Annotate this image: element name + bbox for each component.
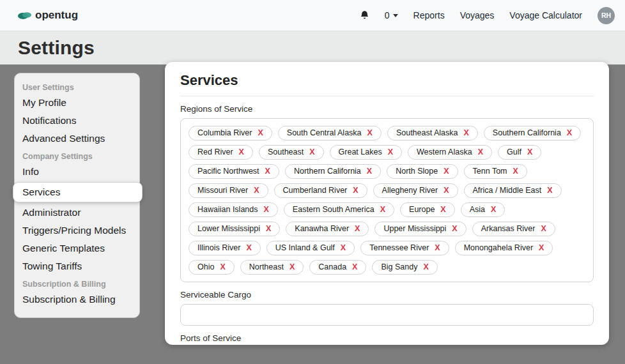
remove-region-icon[interactable]: X [355,224,360,234]
regions-of-service-box[interactable]: Columbia RiverX South Central AlaskaX So… [180,118,594,282]
nav-link-voyages[interactable]: Voyages [460,10,495,20]
nav-link-voyage-calculator[interactable]: Voyage Calculator [509,10,582,20]
sidebar-item-administrator[interactable]: Administrator [22,204,132,222]
remove-region-icon[interactable]: X [266,224,271,234]
region-chip: Tennessee RiverX [360,241,449,255]
sidebar-item-triggers-pricing-models[interactable]: Triggers/Pricing Models [22,222,132,239]
navbar-right: 0 Reports Voyages Voyage Calculator RH [360,7,615,24]
sidebar-item-notifications[interactable]: Notifications [22,112,132,130]
sidebar-item-advanced-settings[interactable]: Advanced Settings [22,130,132,148]
region-chip: Western AlaskaX [408,145,492,160]
region-chip: Cumberland RiverX [274,183,367,198]
page-title: Settings [18,37,95,59]
sidebar-item-services[interactable]: Services [13,183,142,202]
region-chip: Eastern South AmericaX [284,202,394,217]
region-chip-label: Allegheny River [382,186,438,195]
region-chip-label: Europe [409,205,435,215]
remove-region-icon[interactable]: X [309,148,314,157]
region-chip: Allegheny RiverX [373,183,458,198]
region-chip: GulfX [498,145,541,160]
notifications-count-dropdown[interactable]: 0 [385,10,398,20]
serviceable-cargo-label: Serviceable Cargo [180,290,594,300]
nav-link-reports[interactable]: Reports [413,10,445,20]
remove-region-icon[interactable]: X [547,186,552,195]
remove-region-icon[interactable]: X [423,262,428,272]
remove-region-icon[interactable]: X [452,224,457,234]
brand-leaf-icon [18,11,32,20]
region-chip-label: Big Sandy [381,262,417,272]
region-chip: Red RiverX [189,145,253,160]
remove-region-icon[interactable]: X [491,205,496,215]
region-chip-label: Kanawha River [295,224,349,234]
remove-region-icon[interactable]: X [246,243,251,253]
remove-region-icon[interactable]: X [367,167,372,176]
remove-region-icon[interactable]: X [527,148,532,157]
brand-logo[interactable]: opentug [18,9,78,22]
remove-region-icon[interactable]: X [220,262,225,272]
remove-region-icon[interactable]: X [265,167,270,176]
region-chip-label: Arkansas River [481,224,536,234]
remove-region-icon[interactable]: X [513,167,518,176]
region-chip-label: Columbia River [197,128,252,138]
remove-region-icon[interactable]: X [541,224,546,234]
region-chip-label: Monongahela River [464,243,533,253]
remove-region-icon[interactable]: X [367,128,373,138]
services-panel: Services Regions of Service Columbia Riv… [165,62,609,345]
remove-region-icon[interactable]: X [444,186,449,195]
remove-region-icon[interactable]: X [254,186,259,195]
notifications-bell-icon[interactable] [360,10,369,20]
remove-region-icon[interactable]: X [264,205,269,215]
region-chip: Hawaiian IslandsX [189,202,278,217]
sidebar-item-my-profile[interactable]: My Profile [22,94,132,112]
region-chip: Northern CaliforniaX [285,164,381,179]
region-chip-label: Southern California [493,128,561,138]
sidebar-item-towing-tariffs[interactable]: Towing Tariffs [22,257,132,275]
remove-region-icon[interactable]: X [258,128,263,138]
region-chip-label: Southeast [268,148,304,157]
sidebar-item-generic-templates[interactable]: Generic Templates [22,239,132,257]
region-chip-label: Gulf [507,148,521,157]
region-chip-label: US Inland & Gulf [275,243,335,253]
remove-region-icon[interactable]: X [464,128,469,138]
region-chip: Arkansas RiverX [472,222,555,236]
remove-region-icon[interactable]: X [444,167,449,176]
remove-region-icon[interactable]: X [341,243,346,253]
remove-region-icon[interactable]: X [478,148,483,157]
region-chip-label: North Slope [396,167,438,176]
remove-region-icon[interactable]: X [352,262,357,272]
remove-region-icon[interactable]: X [567,128,572,138]
region-chip-label: Northeast [249,262,284,272]
sidebar-item-subscription-billing[interactable]: Subscription & Billing [22,291,132,308]
remove-region-icon[interactable]: X [380,205,385,215]
remove-region-icon[interactable]: X [539,243,544,253]
region-chip: US Inland & GulfX [266,241,355,255]
region-chip: AsiaX [461,202,505,217]
remove-region-icon[interactable]: X [435,243,440,253]
remove-region-icon[interactable]: X [440,205,445,215]
caret-down-icon [393,14,398,17]
sidebar-item-info[interactable]: Info [22,163,132,181]
region-chip: Southeast AlaskaX [387,126,478,140]
region-chip-label: Illinois River [197,243,240,253]
avatar[interactable]: RH [598,7,615,24]
region-chip: Kanawha RiverX [286,222,369,236]
settings-sidebar: User Settings My Profile Notifications A… [14,73,140,318]
region-chip-label: Southeast Alaska [396,128,458,138]
region-chip: Lower MississippiX [189,222,280,236]
region-chip: SoutheastX [259,145,324,160]
region-chip-label: Western Alaska [417,148,472,157]
region-chip: Tenn TomX [464,164,527,179]
remove-region-icon[interactable]: X [289,262,295,272]
region-chip-label: Pacific Northwest [197,167,259,176]
remove-region-icon[interactable]: X [353,186,358,195]
brand-name: opentug [35,9,78,22]
region-chip: Missouri RiverX [189,183,268,198]
region-chip-label: Ohio [197,262,214,272]
region-chip: Great LakesX [330,145,402,160]
region-chip-label: Upper Mississippi [383,224,446,234]
ports-of-service-label: Ports of Service [180,333,594,343]
serviceable-cargo-input[interactable] [180,304,594,326]
remove-region-icon[interactable]: X [388,148,393,157]
remove-region-icon[interactable]: X [239,148,244,157]
notifications-count: 0 [385,10,390,20]
